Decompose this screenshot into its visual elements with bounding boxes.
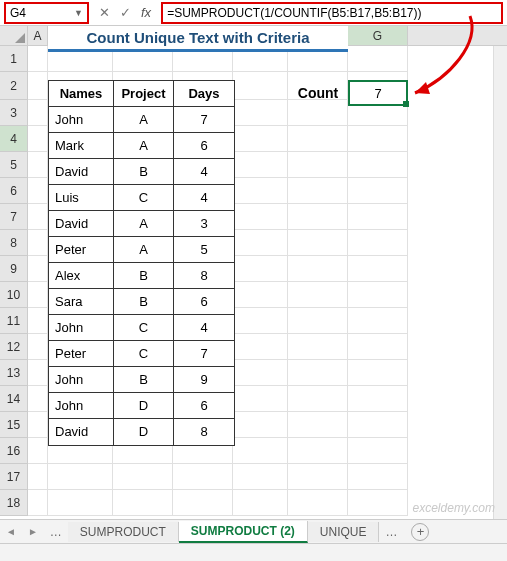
cell[interactable] bbox=[288, 438, 348, 464]
cell[interactable] bbox=[348, 46, 408, 72]
cell[interactable] bbox=[348, 412, 408, 438]
cell[interactable] bbox=[348, 230, 408, 256]
tab-overflow-right[interactable]: … bbox=[379, 525, 403, 539]
cell[interactable] bbox=[233, 204, 288, 230]
cell[interactable] bbox=[348, 438, 408, 464]
row-header[interactable]: 9 bbox=[0, 256, 28, 282]
cell[interactable] bbox=[28, 100, 48, 126]
col-header-a[interactable]: A bbox=[28, 26, 48, 45]
cell[interactable] bbox=[28, 126, 48, 152]
cell[interactable] bbox=[233, 230, 288, 256]
cell[interactable] bbox=[233, 360, 288, 386]
cell[interactable] bbox=[173, 464, 233, 490]
cell[interactable] bbox=[348, 126, 408, 152]
cell[interactable] bbox=[28, 204, 48, 230]
cell[interactable] bbox=[28, 360, 48, 386]
tab-sumproduct-2[interactable]: SUMPRODUCT (2) bbox=[179, 521, 308, 543]
active-cell[interactable]: 7 bbox=[348, 80, 408, 106]
row-header[interactable]: 16 bbox=[0, 438, 28, 464]
row-header[interactable]: 3 bbox=[0, 100, 28, 126]
tab-overflow-left[interactable]: … bbox=[44, 525, 68, 539]
tab-nav-prev-icon[interactable]: ◄ bbox=[0, 526, 22, 537]
cancel-icon[interactable]: ✕ bbox=[99, 5, 110, 20]
row-header[interactable]: 14 bbox=[0, 386, 28, 412]
row-header[interactable]: 10 bbox=[0, 282, 28, 308]
row-header[interactable]: 1 bbox=[0, 46, 28, 72]
cell[interactable] bbox=[233, 282, 288, 308]
cell[interactable] bbox=[348, 204, 408, 230]
cell[interactable] bbox=[233, 126, 288, 152]
cell[interactable] bbox=[28, 412, 48, 438]
cell[interactable] bbox=[288, 178, 348, 204]
row-header[interactable]: 7 bbox=[0, 204, 28, 230]
cell[interactable] bbox=[233, 178, 288, 204]
cell[interactable] bbox=[288, 204, 348, 230]
row-header[interactable]: 13 bbox=[0, 360, 28, 386]
cell[interactable] bbox=[28, 178, 48, 204]
cell[interactable] bbox=[173, 490, 233, 516]
cell[interactable] bbox=[288, 230, 348, 256]
row-header[interactable]: 5 bbox=[0, 152, 28, 178]
select-all-corner[interactable] bbox=[0, 26, 28, 45]
cell[interactable] bbox=[233, 256, 288, 282]
cell[interactable] bbox=[233, 490, 288, 516]
row-header[interactable]: 18 bbox=[0, 490, 28, 516]
add-sheet-button[interactable]: + bbox=[411, 523, 429, 541]
cell[interactable] bbox=[288, 152, 348, 178]
row-header[interactable]: 8 bbox=[0, 230, 28, 256]
row-header[interactable]: 15 bbox=[0, 412, 28, 438]
cell[interactable] bbox=[113, 490, 173, 516]
cell[interactable] bbox=[288, 256, 348, 282]
cell[interactable] bbox=[348, 360, 408, 386]
cell[interactable] bbox=[28, 438, 48, 464]
cell[interactable] bbox=[348, 178, 408, 204]
cell[interactable] bbox=[288, 360, 348, 386]
name-box[interactable]: G4 ▼ bbox=[4, 2, 89, 24]
cell[interactable] bbox=[348, 282, 408, 308]
row-header[interactable]: 2 bbox=[0, 72, 28, 100]
cell[interactable] bbox=[28, 464, 48, 490]
cell[interactable] bbox=[348, 308, 408, 334]
cell[interactable] bbox=[348, 152, 408, 178]
cell[interactable] bbox=[348, 334, 408, 360]
cell[interactable] bbox=[113, 464, 173, 490]
cell[interactable] bbox=[28, 46, 48, 72]
cell[interactable] bbox=[28, 490, 48, 516]
cell[interactable] bbox=[28, 334, 48, 360]
vertical-scrollbar[interactable] bbox=[493, 46, 507, 519]
row-header[interactable]: 6 bbox=[0, 178, 28, 204]
formula-input[interactable]: =SUMPRODUCT(1/COUNTIF(B5:B17,B5:B17)) bbox=[161, 2, 503, 24]
cell[interactable] bbox=[288, 308, 348, 334]
fx-icon[interactable]: fx bbox=[141, 5, 151, 20]
cell[interactable] bbox=[233, 438, 288, 464]
cell[interactable] bbox=[28, 282, 48, 308]
enter-icon[interactable]: ✓ bbox=[120, 5, 131, 20]
tab-sumproduct[interactable]: SUMPRODUCT bbox=[68, 522, 179, 542]
cell[interactable] bbox=[28, 308, 48, 334]
row-header[interactable]: 17 bbox=[0, 464, 28, 490]
cell[interactable] bbox=[28, 230, 48, 256]
cell[interactable] bbox=[28, 386, 48, 412]
cell[interactable] bbox=[48, 464, 113, 490]
row-header[interactable]: 12 bbox=[0, 334, 28, 360]
cell[interactable] bbox=[48, 490, 113, 516]
tab-nav-next-icon[interactable]: ► bbox=[22, 526, 44, 537]
cell[interactable] bbox=[233, 100, 288, 126]
cell[interactable] bbox=[28, 152, 48, 178]
cell[interactable] bbox=[348, 464, 408, 490]
tab-unique[interactable]: UNIQUE bbox=[308, 522, 380, 542]
cell[interactable] bbox=[348, 386, 408, 412]
cell[interactable] bbox=[28, 256, 48, 282]
cell[interactable] bbox=[288, 490, 348, 516]
cell[interactable] bbox=[288, 126, 348, 152]
cell[interactable] bbox=[288, 386, 348, 412]
cell[interactable] bbox=[233, 334, 288, 360]
row-header[interactable]: 4 bbox=[0, 126, 28, 152]
cell[interactable] bbox=[233, 386, 288, 412]
cell[interactable] bbox=[28, 72, 48, 100]
cell[interactable] bbox=[233, 308, 288, 334]
row-header[interactable]: 11 bbox=[0, 308, 28, 334]
cell[interactable] bbox=[233, 152, 288, 178]
cell[interactable] bbox=[288, 334, 348, 360]
cell[interactable] bbox=[233, 72, 288, 100]
